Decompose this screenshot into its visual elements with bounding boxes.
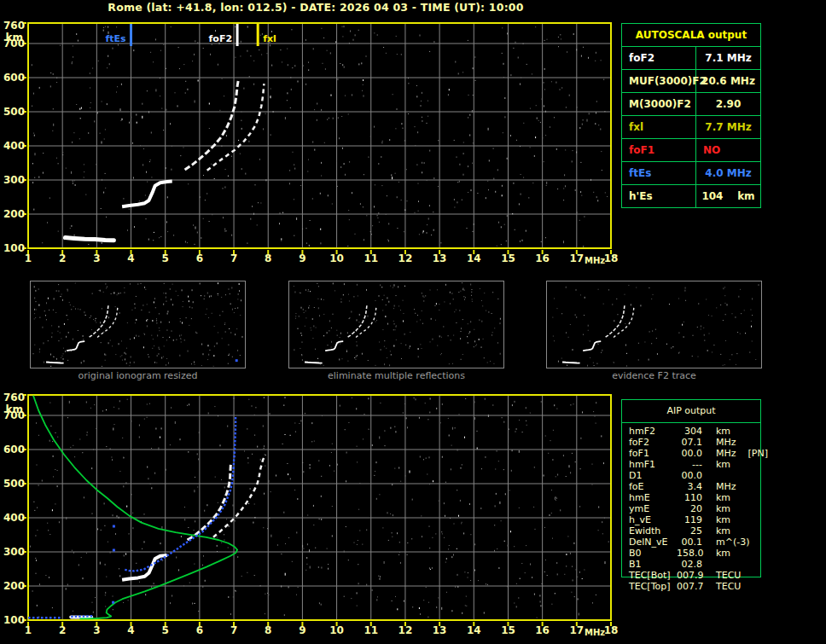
ftEs-marker: ftEs (105, 24, 131, 46)
parameter-value: 07.1 (677, 437, 702, 448)
thumbnail-caption-1: original ionogram resized (30, 370, 246, 381)
f1-cusp-trace (67, 341, 84, 351)
parameter-label: DelN_vE (629, 537, 677, 548)
table-row: TEC[Bot]007.9TECU (622, 570, 760, 581)
table-row: foF207.1MHz (622, 437, 760, 448)
table-row: foF27.1 MHz (622, 47, 760, 70)
f2-extraordinary-trace (97, 305, 118, 337)
svg-text:760: 760 (3, 20, 25, 32)
parameter-label: ftEs (622, 162, 696, 184)
table-row: ymE20km (622, 503, 760, 514)
aip-output-table: AIP output hmF2304kmfoF207.1MHzfoF100.0M… (621, 399, 761, 577)
parameter-value: 02.8 (677, 559, 702, 570)
svg-text:600: 600 (3, 72, 25, 84)
parameter-label: D1 (629, 470, 677, 481)
svg-text:5: 5 (162, 252, 169, 264)
thumbnail-caption-3: evidence F2 trace (546, 370, 762, 381)
thumbnail-eliminate-reflections (288, 281, 504, 368)
es-layer-trace (562, 362, 580, 363)
svg-text:1: 1 (25, 624, 32, 636)
svg-text:15: 15 (501, 624, 515, 636)
parameter-unit: km (702, 548, 760, 559)
parameter-value: 4.0 MHz (696, 162, 760, 184)
parameter-label: foF1 (629, 448, 677, 459)
svg-text:9: 9 (299, 624, 305, 636)
svg-text:200: 200 (3, 208, 25, 220)
parameter-value: 007.9 (677, 570, 702, 581)
grid (28, 23, 611, 248)
parameter-label: h'Es (622, 185, 696, 207)
autoscala-output-table: AUTOSCALA output foF27.1 MHzMUF(3000)F22… (621, 23, 761, 208)
autoscala-table-header: AUTOSCALA output (622, 24, 760, 47)
svg-text:MHz: MHz (585, 628, 605, 637)
parameter-unit: TECU (702, 581, 760, 592)
noise-dots (33, 282, 243, 367)
svg-text:6: 6 (196, 624, 203, 636)
grid (28, 395, 611, 620)
table-row: foF1NO (622, 139, 760, 162)
svg-text:400: 400 (3, 140, 25, 152)
f2-ordinary-trace (90, 304, 109, 337)
noise-dots (552, 284, 759, 366)
table-row: DelN_vE00.1m^(-3) (622, 537, 760, 548)
svg-text:400: 400 (3, 512, 25, 524)
table-row: hmE110km (622, 492, 760, 503)
parameter-value: 304 (677, 426, 702, 437)
y-axis-labels: 760700600500400300200100km (3, 392, 25, 626)
svg-text:13: 13 (433, 624, 447, 636)
svg-text:12: 12 (398, 624, 413, 636)
svg-text:16: 16 (535, 252, 550, 264)
table-row: B0158.0km (622, 548, 760, 559)
aip-table-rows: hmF2304kmfoF207.1MHzfoF100.0MHz[PN]hmF1-… (622, 423, 760, 592)
table-row: foF100.0MHz[PN] (622, 448, 760, 459)
parameter-label: TEC[Top] (629, 581, 677, 592)
parameter-label: foF2 (622, 47, 696, 69)
parameter-unit: km (702, 525, 760, 537)
svg-text:MHz: MHz (585, 256, 605, 265)
svg-text:17: 17 (569, 624, 584, 636)
svg-text:ftEs: ftEs (105, 33, 126, 44)
table-row: hmF1---km (622, 459, 760, 470)
parameter-unit: MHz[PN] (702, 448, 768, 459)
parameter-label: hmF1 (629, 459, 677, 470)
svg-text:12: 12 (398, 252, 413, 264)
parameter-unit: km (702, 492, 760, 503)
svg-text:7: 7 (230, 252, 237, 264)
f1-cusp-trace (122, 182, 172, 207)
table-row: D100.0 (622, 470, 760, 481)
parameter-value: 110 (677, 492, 702, 503)
noise-dots (30, 397, 609, 618)
parameter-unit: km (702, 503, 760, 514)
aip-table-header: AIP output (622, 400, 760, 423)
svg-text:200: 200 (3, 580, 25, 592)
svg-text:500: 500 (3, 478, 25, 490)
parameter-value: 20.6 MHz (696, 70, 760, 92)
f2-extraordinary-echo (213, 455, 265, 537)
parameter-value: 007.7 (677, 581, 702, 592)
parameter-unit: km (702, 514, 760, 525)
thumbnail-caption-2: eliminate multiple reflections (288, 370, 504, 381)
parameter-unit: km (702, 426, 760, 437)
svg-text:17: 17 (569, 252, 584, 264)
svg-text:15: 15 (501, 252, 515, 264)
table-row: TEC[Top]007.7TECU (622, 581, 760, 592)
f2-extraordinary-trace (614, 305, 634, 337)
svg-text:3: 3 (93, 252, 100, 264)
thumbnail-evidence-f2-trace (546, 281, 762, 368)
svg-text:5: 5 (162, 624, 169, 636)
es-layer-trace (305, 362, 323, 363)
noise-dots (294, 282, 501, 366)
f2-ordinary-trace (348, 304, 368, 337)
svg-text:foF2: foF2 (209, 33, 233, 44)
svg-text:16: 16 (535, 624, 550, 636)
parameter-label: M(3000)F2 (622, 93, 696, 115)
svg-text:km: km (6, 403, 23, 415)
parameter-unit: MHz (702, 481, 760, 492)
f2-ordinary-trace (606, 304, 625, 337)
parameter-label: foE (629, 481, 677, 492)
svg-text:300: 300 (3, 546, 25, 558)
parameter-label: foF1 (622, 139, 696, 161)
electron-density-profile-plot: 760700600500400300200100km12345678910111… (0, 387, 631, 643)
parameter-unit (702, 559, 760, 570)
thumbnail-original-ionogram (30, 281, 246, 368)
